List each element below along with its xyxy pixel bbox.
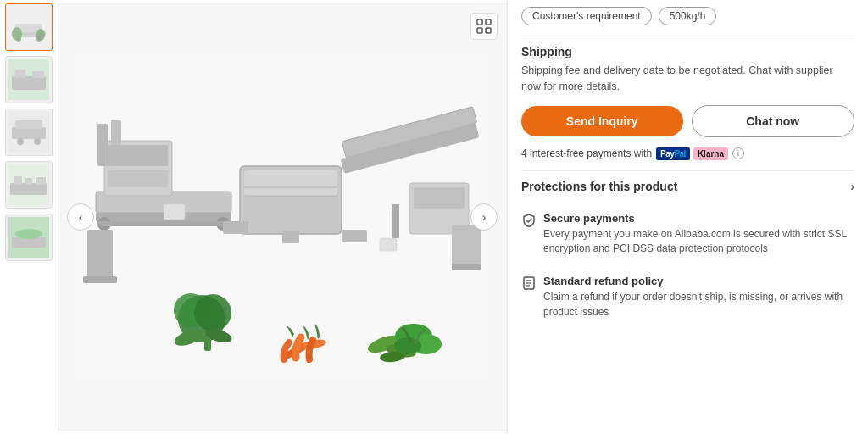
svg-point-12 [17,138,24,145]
svg-rect-7 [12,76,46,90]
svg-rect-14 [15,120,42,129]
svg-rect-18 [25,178,32,185]
svg-rect-31 [108,170,168,187]
refund-policy-desc: Claim a refund if your order doesn't shi… [543,290,854,320]
svg-rect-11 [12,127,46,139]
refund-icon [521,275,537,291]
svg-point-55 [194,294,231,331]
protection-refund-policy: Standard refund policy Claim a refund if… [521,275,854,320]
klarna-logo: Klarna [693,147,728,160]
shipping-section: Shipping Shipping fee and delivery date … [521,36,854,95]
thumbnail-1[interactable] [5,3,53,51]
svg-rect-45 [223,221,248,234]
svg-rect-68 [477,19,482,25]
thumbnail-2[interactable] [5,56,53,103]
svg-rect-32 [97,124,108,166]
svg-rect-50 [452,264,481,270]
svg-rect-49 [452,225,481,268]
refund-policy-content: Standard refund policy Claim a refund if… [543,275,854,320]
svg-rect-44 [414,187,465,209]
svg-point-4 [12,27,22,41]
protection-secure-payments: Secure payments Every payment you make o… [521,212,854,257]
machine-svg [79,56,486,378]
main-image-container: ‹ › [58,3,507,431]
shield-icon [521,213,537,228]
thumbnail-strip [0,0,58,434]
next-image-button[interactable]: › [470,203,498,231]
protections-header[interactable]: Protections for this product › [521,170,854,193]
svg-rect-51 [164,204,185,220]
svg-rect-9 [32,71,44,78]
svg-rect-28 [97,221,230,226]
tags-row: Customer's requirement 500kg/h [521,7,854,25]
thumbnail-4[interactable] [5,161,53,209]
payment-info: 4 interest-free payments with PayPal Kla… [521,147,854,160]
payment-text: 4 interest-free payments with [521,147,652,159]
svg-rect-52 [380,238,397,251]
svg-rect-16 [10,183,47,195]
svg-rect-42 [392,204,399,238]
svg-rect-71 [486,28,491,33]
svg-point-22 [15,229,42,239]
secure-payments-title: Secure payments [543,212,854,225]
svg-rect-69 [486,19,491,25]
product-image: ‹ › [58,4,506,430]
shipping-title: Shipping [521,45,854,58]
protections-chevron-icon: › [850,180,854,193]
chat-now-button[interactable]: Chat now [692,105,855,137]
thumbnail-3[interactable] [5,108,53,156]
action-buttons: Send Inquiry Chat now [521,105,854,137]
svg-point-13 [34,138,41,145]
zoom-button[interactable] [470,13,498,40]
svg-rect-38 [282,231,299,243]
tag-customer-requirement[interactable]: Customer's requirement [521,7,652,25]
svg-rect-30 [108,145,168,166]
svg-rect-17 [14,176,22,185]
tag-capacity[interactable]: 500kg/h [659,7,717,25]
right-panel: Customer's requirement 500kg/h Shipping … [507,0,868,434]
svg-point-5 [36,29,45,41]
paypal-logo: PayPal [656,147,690,160]
protections-title: Protections for this product [521,180,677,193]
svg-rect-46 [342,230,367,242]
prev-image-button[interactable]: ‹ [67,203,94,231]
svg-rect-33 [111,120,121,145]
secure-payments-content: Secure payments Every payment you make o… [543,212,854,257]
svg-rect-8 [15,70,25,78]
payment-info-icon[interactable]: i [732,147,744,159]
shipping-description: Shipping fee and delivery date to be neg… [521,63,854,95]
svg-rect-47 [87,230,113,281]
payment-logos: PayPal Klarna [656,147,728,160]
refund-policy-title: Standard refund policy [543,275,854,287]
send-inquiry-button[interactable]: Send Inquiry [521,106,683,136]
thumbnail-5[interactable] [5,214,53,261]
svg-rect-70 [477,28,482,33]
svg-rect-19 [36,177,46,185]
secure-payments-desc: Every payment you make on Alibaba.com is… [543,227,854,257]
svg-rect-48 [83,276,117,283]
svg-rect-35 [244,170,337,196]
